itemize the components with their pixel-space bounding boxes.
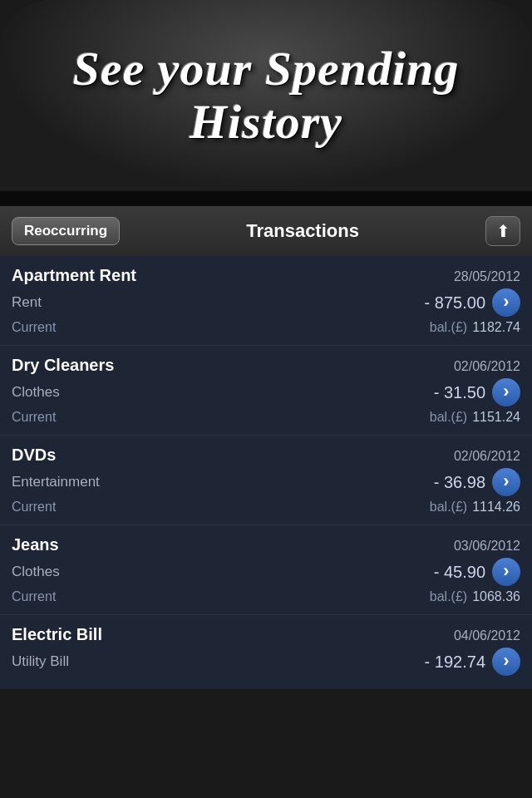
txn-detail-button[interactable] (492, 558, 520, 586)
txn-bal-label: bal.(£) (430, 410, 467, 425)
txn-name: Electric Bill (12, 625, 102, 644)
txn-date: 02/06/2012 (454, 449, 520, 464)
table-row: DVDs 02/06/2012 Entertainment - 36.98 Cu… (0, 436, 532, 525)
export-button[interactable]: ⬆︎ (485, 216, 520, 246)
txn-date: 04/06/2012 (454, 628, 520, 643)
reoccurring-button[interactable]: Reoccurring (12, 217, 120, 245)
txn-bal-value: 1151.24 (472, 410, 520, 425)
txn-date: 02/06/2012 (454, 359, 520, 374)
toolbar-title: Transactions (130, 220, 475, 242)
table-row: Dry Cleaners 02/06/2012 Clothes - 31.50 … (0, 346, 532, 436)
header-title-line1: See your Spending (73, 42, 460, 96)
txn-category: Entertainment (12, 474, 100, 490)
toolbar: Reoccurring Transactions ⬆︎ (0, 206, 532, 256)
txn-amount: - 31.50 (434, 383, 485, 402)
txn-name: DVDs (12, 446, 56, 465)
header-title: See your Spending History (73, 42, 460, 149)
txn-date: 03/06/2012 (454, 539, 520, 554)
txn-name: Apartment Rent (12, 266, 136, 285)
txn-current-label: Current (12, 320, 56, 335)
txn-bal-label: bal.(£) (430, 500, 467, 515)
txn-category: Rent (12, 294, 42, 311)
txn-bal-value: 1114.26 (472, 500, 520, 515)
header-title-line2: History (190, 95, 342, 149)
transactions-list: Apartment Rent 28/05/2012 Rent - 875.00 … (0, 256, 532, 689)
txn-date: 28/05/2012 (454, 269, 520, 284)
txn-category: Clothes (12, 384, 60, 401)
txn-amount: - 45.90 (434, 563, 485, 582)
txn-current-label: Current (12, 500, 56, 515)
txn-detail-button[interactable] (492, 378, 520, 406)
header-area: See your Spending History (0, 0, 532, 191)
table-row: Electric Bill 04/06/2012 Utility Bill - … (0, 615, 532, 689)
txn-name: Dry Cleaners (12, 356, 114, 375)
txn-bal-value: 1182.74 (472, 320, 520, 335)
txn-bal-value: 1068.36 (472, 589, 520, 604)
table-row: Jeans 03/06/2012 Clothes - 45.90 Current… (0, 525, 532, 615)
export-icon: ⬆︎ (496, 221, 510, 241)
separator-bar (0, 191, 532, 206)
txn-amount: - 875.00 (425, 293, 485, 313)
txn-detail-button[interactable] (492, 468, 520, 496)
txn-amount: - 192.74 (425, 653, 485, 672)
txn-bal-label: bal.(£) (430, 589, 467, 604)
txn-name: Jeans (12, 535, 59, 554)
table-row: Apartment Rent 28/05/2012 Rent - 875.00 … (0, 256, 532, 346)
txn-current-label: Current (12, 410, 56, 425)
txn-current-label: Current (12, 589, 56, 604)
txn-detail-button[interactable] (492, 648, 520, 676)
txn-category: Utility Bill (12, 653, 69, 670)
phone-wrapper: See your Spending History Reoccurring Tr… (0, 0, 532, 798)
txn-detail-button[interactable] (492, 288, 520, 317)
txn-category: Clothes (12, 564, 60, 580)
txn-amount: - 36.98 (434, 473, 485, 492)
txn-bal-label: bal.(£) (430, 320, 467, 335)
